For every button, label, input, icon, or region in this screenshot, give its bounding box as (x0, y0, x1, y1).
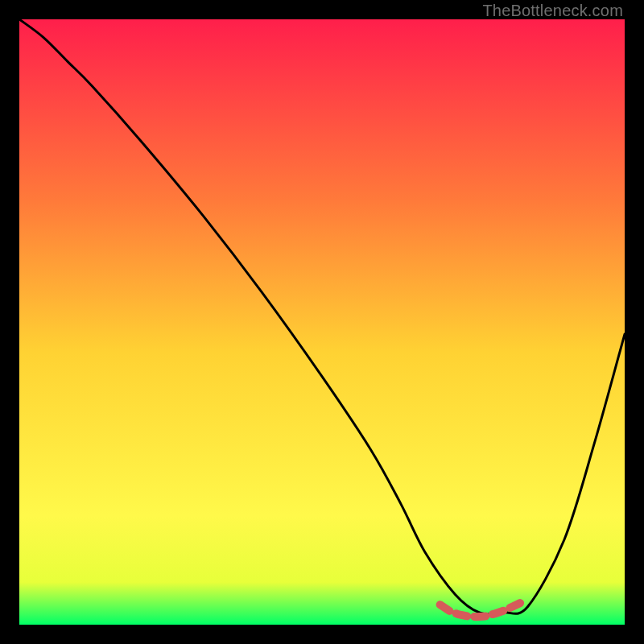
chart-frame (19, 19, 625, 625)
watermark-text: TheBottleneck.com (482, 2, 623, 20)
bottleneck-chart (19, 19, 625, 625)
gradient-background (19, 19, 625, 625)
